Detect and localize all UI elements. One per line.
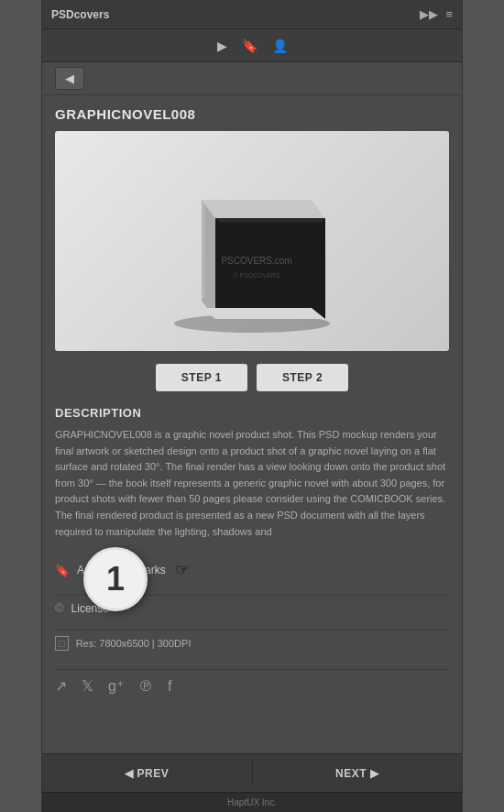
back-button[interactable]: ◀ (55, 67, 84, 90)
back-arrow-icon: ◀ (65, 71, 74, 85)
top-bar: PSDcovers ▶▶ ≡ (42, 0, 462, 29)
googleplus-icon[interactable]: g⁺ (108, 677, 124, 695)
resolution-row: □ Res: 7800x6500 | 300DPI (55, 630, 449, 656)
svg-marker-12 (202, 308, 325, 319)
bottom-navigation: ◀ PREV NEXT ▶ (42, 753, 462, 792)
description-text: GRAPHICNOVEL008 is a graphic novel produ… (55, 427, 449, 540)
resolution-icon: □ (55, 636, 69, 651)
app-title: PSDcovers (51, 8, 109, 21)
content-wrapper: 1 GRAPHICNOVEL008 (42, 95, 462, 753)
step2-button[interactable]: STEP 2 (257, 364, 348, 391)
profile-icon[interactable]: 👤 (272, 38, 288, 53)
nav-bar: ▶ 🔖 👤 (42, 29, 462, 62)
menu-icon[interactable]: ≡ (445, 7, 453, 21)
svg-text:© PSDCOVERS: © PSDCOVERS (233, 272, 279, 279)
license-icon: © (55, 601, 64, 615)
svg-marker-6 (215, 218, 325, 223)
product-title: GRAPHICNOVEL008 (55, 106, 449, 122)
twitter-icon[interactable]: 𝕏 (82, 677, 93, 695)
main-content: GRAPHICNOVEL008 (42, 95, 462, 753)
step1-button[interactable]: STEP 1 (156, 364, 247, 391)
bookmark-nav-icon[interactable]: 🔖 (242, 38, 257, 53)
description-heading: DESCRIPTION (55, 406, 449, 420)
play-icon[interactable]: ▶ (217, 38, 227, 53)
footer: HaptUX Inc. (42, 792, 462, 812)
pinterest-icon[interactable]: ℗ (138, 677, 153, 695)
next-button[interactable]: NEXT ▶ (253, 754, 463, 792)
social-row: ↗ 𝕏 g⁺ ℗ f (55, 669, 449, 702)
top-bar-icons: ▶▶ ≡ (420, 7, 453, 21)
forward-icon[interactable]: ▶▶ (420, 7, 438, 21)
facebook-icon[interactable]: f (168, 678, 171, 695)
book-mockup-svg: PSCOVERS.com © PSDCOVERS (151, 145, 353, 337)
product-image-container: PSCOVERS.com © PSDCOVERS (55, 131, 449, 351)
svg-marker-5 (215, 218, 325, 319)
svg-marker-3 (202, 200, 325, 218)
step-number-circle: 1 (83, 547, 148, 611)
footer-text: HaptUX Inc. (227, 797, 277, 807)
bookmark-red-icon: 🔖 (55, 564, 70, 577)
toolbar: ◀ (42, 62, 462, 95)
step-buttons: STEP 1 STEP 2 (55, 364, 449, 391)
prev-button[interactable]: ◀ PREV (42, 754, 252, 792)
cursor-icon: ☞ (175, 560, 190, 580)
resolution-text: Res: 7800x6500 | 300DPI (76, 638, 192, 649)
svg-text:PSCOVERS.com: PSCOVERS.com (221, 256, 291, 266)
share-icon[interactable]: ↗ (55, 677, 67, 695)
